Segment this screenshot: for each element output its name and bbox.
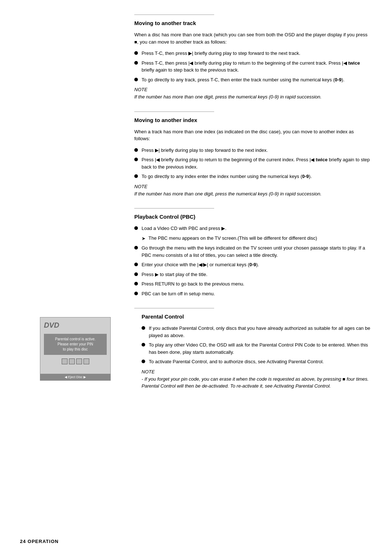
- list-item: Press T-C, then press ▶| briefly during …: [134, 50, 370, 57]
- bullet-text: Press ▶| briefly during play to step for…: [142, 147, 268, 154]
- parental-bullets: If you activate Parental Control, only d…: [142, 325, 370, 365]
- note-text: If the number has more than one digit, p…: [134, 190, 370, 198]
- bullet-icon: [142, 343, 145, 347]
- section-divider: [134, 15, 214, 15]
- list-item: Press ▶| briefly during play to step for…: [134, 147, 370, 154]
- bullet-icon: [134, 61, 138, 65]
- parental-bottom-area: DVD Parental control is active.Please en…: [134, 313, 370, 395]
- pbc-title: Playback Control (PBC): [134, 214, 370, 220]
- dvd-display-box: DVD Parental control is active.Please en…: [40, 317, 111, 381]
- bullet-text: Press RETURN to go back to the previous …: [142, 280, 244, 288]
- parental-title: Parental Control: [142, 313, 370, 320]
- bullet-text: Press T-C, then press ▶| briefly during …: [142, 50, 300, 57]
- list-item: To go directly to any track, press T-C, …: [134, 76, 370, 84]
- bullet-icon: [134, 292, 138, 295]
- moving-track-bullets: Press T-C, then press ▶| briefly during …: [134, 50, 370, 83]
- bullet-text: To go directly to any index enter the in…: [142, 173, 312, 180]
- page: Moving to another track When a disc has …: [0, 0, 392, 555]
- list-item: Press T-C, then press |◀ briefly during …: [134, 60, 370, 74]
- note-title: NOTE: [134, 87, 370, 92]
- pbc-bullets: Load a Video CD with PBC and press ▶. ➤ …: [134, 225, 370, 297]
- bullet-icon: [134, 272, 138, 276]
- bullet-text: To activate Parental Control, and to aut…: [149, 358, 324, 365]
- list-item: Enter your choice with the |◀/▶| or nume…: [134, 261, 370, 268]
- bullet-icon: [134, 148, 138, 152]
- parental-note: NOTE - If you forget your pin code, you …: [142, 369, 370, 390]
- bullet-icon: [134, 246, 138, 250]
- section-divider: [134, 112, 214, 112]
- list-item: Load a Video CD with PBC and press ▶.: [134, 225, 370, 232]
- list-item: To activate Parental Control, and to aut…: [142, 358, 370, 365]
- section-parental: DVD Parental control is active.Please en…: [134, 308, 370, 395]
- bullet-text: To go directly to any track, press T-C, …: [142, 76, 344, 84]
- parental-content: Parental Control If you activate Parenta…: [142, 313, 370, 395]
- list-item: To play any other Video CD, the OSD will…: [142, 341, 370, 356]
- arrow-icon: ➤: [142, 235, 146, 242]
- list-item: Go through the menu with the keys indica…: [134, 244, 370, 259]
- sub-bullet-text: The PBC menu appears on the TV screen.(T…: [148, 235, 317, 242]
- list-item: If you activate Parental Control, only d…: [142, 325, 370, 339]
- bullet-icon: [142, 360, 145, 363]
- moving-index-bullets: Press ▶| briefly during play to step for…: [134, 147, 370, 180]
- bullet-icon: [134, 226, 138, 230]
- bullet-text: To play any other Video CD, the OSD will…: [149, 341, 370, 356]
- list-item: Press |◀ briefly during play to return t…: [134, 156, 370, 170]
- list-item: Press RETURN to go back to the previous …: [134, 280, 370, 288]
- note-title: NOTE: [134, 184, 370, 189]
- bullet-icon: [134, 158, 138, 161]
- dvd-pin-box-2: [69, 358, 75, 364]
- list-item: To go directly to any index enter the in…: [134, 173, 370, 180]
- page-footer: 24 OPERATION: [20, 539, 58, 544]
- bullet-text: Press ▶ to start play of the title.: [142, 271, 207, 278]
- bullet-text: Load a Video CD with PBC and press ▶.: [142, 225, 226, 232]
- moving-track-section: Moving to another track When a disc has …: [134, 15, 370, 395]
- section-pbc: Playback Control (PBC) Load a Video CD w…: [134, 208, 370, 297]
- moving-index-intro: When a track has more than one index (as…: [134, 128, 370, 142]
- note-text: - If you forget your pin code, you can e…: [142, 376, 370, 390]
- svg-text:DVD: DVD: [44, 321, 59, 329]
- section-divider: [134, 208, 214, 208]
- bullet-icon: [134, 174, 138, 178]
- bullet-text: If you activate Parental Control, only d…: [149, 325, 370, 339]
- dvd-pin-box-3: [76, 358, 82, 364]
- section-moving-index: Moving to another index When a track has…: [134, 112, 370, 198]
- moving-track-intro: When a disc has more than one track (whi…: [134, 31, 370, 45]
- dvd-logo: DVD: [44, 321, 62, 331]
- dvd-logo-svg: DVD: [44, 321, 62, 329]
- moving-index-note: NOTE If the number has more than one dig…: [134, 184, 370, 198]
- dvd-message: Parental control is active.Please enter …: [44, 334, 107, 355]
- list-item-sub: ➤ The PBC menu appears on the TV screen.…: [142, 235, 370, 242]
- bullet-text: Go through the menu with the keys indica…: [142, 244, 370, 259]
- bullet-icon: [134, 263, 138, 266]
- bullet-text: PBC can be turn off in setup menu.: [142, 290, 215, 297]
- list-item: PBC can be turn off in setup menu.: [134, 290, 370, 297]
- bullet-icon: [134, 51, 138, 55]
- bullet-text: Enter your choice with the |◀/▶| or nume…: [142, 261, 259, 268]
- dvd-pin-box-1: [62, 358, 68, 364]
- bullet-icon: [142, 326, 145, 330]
- note-text: If the number has more than one digit, p…: [134, 93, 370, 101]
- dvd-pin-box-4: [83, 358, 89, 364]
- dvd-eject-bar: ◀ Eject Disc ▶: [40, 374, 110, 380]
- bullet-text: Press T-C, then press |◀ briefly during …: [142, 60, 370, 74]
- note-title: NOTE: [142, 369, 370, 374]
- dvd-pin-boxes: [62, 358, 89, 364]
- section-divider: [134, 308, 214, 308]
- bullet-icon: [134, 78, 138, 81]
- moving-index-title: Moving to another index: [134, 117, 370, 123]
- bullet-icon: [134, 282, 138, 285]
- bullet-text: Press |◀ briefly during play to return t…: [142, 156, 370, 170]
- moving-track-note: NOTE If the number has more than one dig…: [134, 87, 370, 101]
- section-moving-track: Moving to another track When a disc has …: [134, 15, 370, 101]
- list-item: Press ▶ to start play of the title.: [134, 271, 370, 278]
- moving-track-title: Moving to another track: [134, 20, 370, 26]
